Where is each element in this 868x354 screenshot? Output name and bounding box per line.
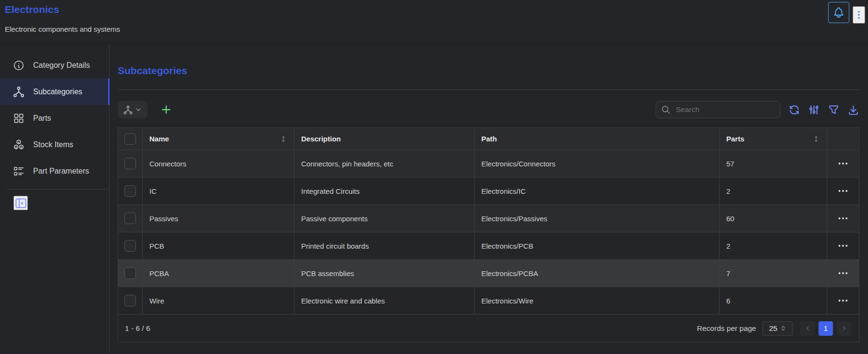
- table-row[interactable]: ConnectorsConnectors, pin headers, etcEl…: [118, 150, 859, 177]
- menu-button[interactable]: [853, 6, 865, 24]
- row-checkbox[interactable]: [124, 240, 136, 252]
- sidebar-collapse-icon: [14, 197, 27, 210]
- selector-icon: [780, 325, 786, 331]
- select-all-checkbox[interactable]: [124, 133, 136, 145]
- sidebar: Category DetailsSubcategoriesPartsStock …: [0, 44, 110, 354]
- cell-name: PCBA: [143, 260, 294, 287]
- sidebar-item-label: Category Details: [33, 61, 90, 70]
- sidebar-item-category-details[interactable]: Category Details: [0, 52, 109, 78]
- table-row[interactable]: PCBAPCB assembliesElectronics/PCBA7: [118, 260, 859, 287]
- table-header-row: Name Description Path Parts: [118, 128, 859, 150]
- search-box: [656, 101, 781, 118]
- prev-page-button[interactable]: [800, 321, 815, 336]
- refresh-icon: [788, 104, 800, 116]
- refresh-button[interactable]: [788, 104, 800, 116]
- cell-path: Electronics/PCB: [475, 232, 720, 260]
- records-per-page-label: Records per page: [697, 324, 756, 333]
- plus-icon: [160, 103, 172, 116]
- column-header-path: Path: [475, 128, 720, 150]
- column-header-description: Description: [294, 128, 475, 150]
- sidebar-item-part-parameters[interactable]: Part Parameters: [0, 158, 109, 184]
- sort-icon[interactable]: [280, 135, 287, 143]
- row-menu-button[interactable]: [836, 241, 850, 250]
- cell-name: Wire: [143, 287, 294, 315]
- table-row[interactable]: PassivesPassive componentsElectronics/Pa…: [118, 205, 859, 232]
- cell-actions: [827, 232, 859, 260]
- sitemap-icon: [123, 105, 133, 115]
- tree-view-button[interactable]: [118, 101, 147, 118]
- cell-path: Electronics/Connectors: [475, 150, 720, 177]
- section-heading: Subcategories: [118, 65, 859, 76]
- table-row[interactable]: PCBPrinted circuit boardsElectronics/PCB…: [118, 232, 859, 260]
- dots-horizontal-icon: [838, 216, 848, 221]
- cell-path: Electronics/Passives: [475, 205, 720, 232]
- cell-actions: [827, 150, 859, 177]
- cell-description: PCB assemblies: [294, 260, 475, 287]
- sidebar-collapse-button[interactable]: [13, 196, 28, 210]
- add-subcategory-button[interactable]: [160, 103, 172, 116]
- cell-actions: [827, 177, 859, 205]
- chevron-left-icon: [804, 325, 811, 332]
- sort-icon[interactable]: [812, 135, 820, 143]
- page-title: Electronics: [5, 4, 59, 15]
- row-checkbox[interactable]: [124, 213, 136, 224]
- cell-path: Electronics/IC: [475, 177, 720, 205]
- sitemap-icon: [12, 86, 25, 98]
- table-settings-button[interactable]: [808, 104, 820, 116]
- row-menu-button[interactable]: [836, 187, 850, 195]
- row-menu-button[interactable]: [836, 296, 850, 305]
- cell-description: Integrated Circuits: [294, 177, 475, 205]
- cell-actions: [827, 260, 859, 287]
- notifications-button[interactable]: [828, 2, 849, 23]
- cell-name: Connectors: [143, 150, 294, 177]
- row-checkbox[interactable]: [124, 267, 136, 279]
- dots-horizontal-icon: [838, 189, 848, 193]
- row-checkbox[interactable]: [124, 295, 136, 306]
- page-1-button[interactable]: 1: [819, 321, 833, 336]
- table-row[interactable]: WireElectronic wire and cablesElectronic…: [118, 287, 859, 315]
- cell-parts: 57: [720, 150, 827, 177]
- heading-divider: [118, 89, 859, 90]
- chevron-down-icon: [134, 106, 142, 114]
- page-subtitle: Electronic components and systems: [5, 25, 120, 33]
- cell-parts: 60: [720, 205, 827, 232]
- sidebar-item-parts[interactable]: Parts: [0, 105, 109, 131]
- table-row[interactable]: ICIntegrated CircuitsElectronics/IC2: [118, 177, 859, 205]
- cell-parts: 2: [720, 177, 827, 205]
- row-select-cell: [118, 150, 143, 177]
- filter-button[interactable]: [828, 104, 840, 116]
- row-select-cell: [118, 232, 143, 260]
- adjustments-icon: [808, 104, 820, 116]
- download-button[interactable]: [847, 104, 859, 116]
- sidebar-item-label: Parts: [33, 114, 51, 123]
- dots-horizontal-icon: [838, 243, 848, 248]
- cell-parts: 7: [720, 260, 827, 287]
- list-details-icon: [12, 165, 25, 177]
- chevron-right-icon: [841, 325, 848, 332]
- info-circle-icon: [12, 59, 25, 72]
- cell-description: Connectors, pin headers, etc: [294, 150, 475, 177]
- row-select-cell: [118, 287, 143, 315]
- column-header-name[interactable]: Name: [143, 128, 294, 150]
- search-icon: [661, 105, 671, 115]
- dots-horizontal-icon: [838, 161, 848, 166]
- cell-name: Passives: [143, 205, 294, 232]
- row-menu-button[interactable]: [836, 269, 850, 278]
- cell-description: Passive components: [294, 205, 475, 232]
- row-checkbox[interactable]: [124, 158, 136, 169]
- select-all-cell: [118, 128, 143, 150]
- row-menu-button[interactable]: [836, 214, 850, 223]
- search-input[interactable]: [675, 105, 775, 114]
- filter-icon: [828, 104, 840, 116]
- next-page-button[interactable]: [837, 321, 851, 336]
- table-toolbar: [118, 101, 859, 118]
- column-header-parts[interactable]: Parts: [720, 128, 827, 150]
- sidebar-item-subcategories[interactable]: Subcategories: [0, 78, 109, 105]
- sidebar-item-stock-items[interactable]: Stock Items: [0, 131, 109, 158]
- record-range-text: 1 - 6 / 6: [125, 324, 150, 333]
- row-checkbox[interactable]: [124, 185, 136, 197]
- cell-name: PCB: [143, 232, 294, 260]
- content-panel: Subcategories: [110, 44, 868, 354]
- row-menu-button[interactable]: [836, 159, 850, 168]
- records-per-page-select[interactable]: 25: [762, 321, 793, 336]
